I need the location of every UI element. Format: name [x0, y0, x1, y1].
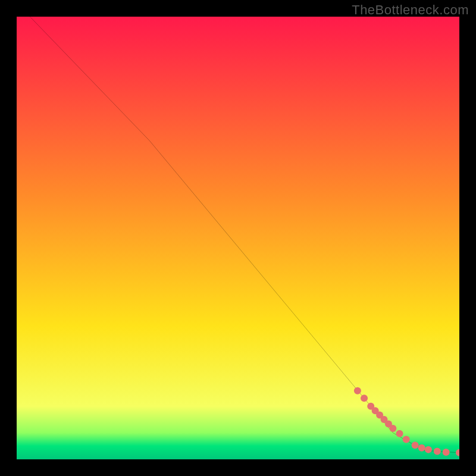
chart-frame: TheBottleneck.com — [0, 0, 476, 476]
point-points — [361, 394, 368, 402]
point-points — [354, 387, 361, 394]
point-points — [396, 430, 403, 437]
plot-background — [17, 17, 459, 459]
point-points — [443, 449, 450, 456]
point-points — [389, 425, 396, 432]
watermark-text: TheBottleneck.com — [352, 2, 469, 18]
point-points — [403, 436, 410, 443]
chart-plot — [17, 17, 459, 459]
point-points — [418, 444, 425, 452]
point-points — [434, 448, 441, 455]
point-points — [412, 441, 419, 449]
point-points — [425, 446, 432, 453]
